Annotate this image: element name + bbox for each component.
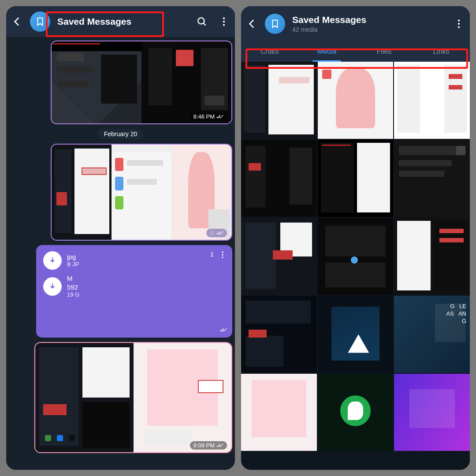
read-checks-icon [216,443,223,448]
media-overlay-text: G LEAS ANG [446,303,466,325]
media-item[interactable] [318,296,394,373]
date-separator: February 20 [98,129,143,139]
read-status [220,326,227,334]
svg-point-2 [223,21,225,22]
header-right: Saved Messages 42 media [241,6,470,41]
media-item[interactable] [241,62,317,139]
read-checks-icon [216,231,223,235]
media-item[interactable] [241,218,317,295]
back-icon[interactable] [11,16,23,27]
message-menu-icon[interactable] [218,250,227,259]
message-album-3[interactable]: 9:09 PM [34,342,232,453]
media-thumb[interactable] [52,145,112,240]
media-item[interactable]: G LEAS ANG [394,296,470,373]
media-item[interactable] [241,296,317,373]
media-thumb[interactable]: 8:46 PM [141,41,231,123]
media-item[interactable] [241,140,317,217]
message-timestamp: 9:09 PM [190,441,227,450]
svg-point-4 [222,252,223,253]
media-tabs: Chats Media Files Links [241,41,470,62]
more-icon[interactable] [218,16,230,27]
media-item[interactable] [394,218,470,295]
chat-scroll-area[interactable]: 8:46 PM February 20 [6,37,235,470]
media-item[interactable] [241,374,317,451]
media-thumb[interactable]: 8: [171,145,231,240]
media-item[interactable] [394,140,470,217]
message-album-2[interactable]: 8: [51,144,232,241]
tab-media[interactable]: Media [298,41,356,62]
file-name: jpg B JP [67,253,79,268]
message-album-1[interactable]: 8:46 PM [51,41,232,124]
bookmark-icon [35,17,45,26]
message-file-group[interactable]: 1 jpg B JP M 592 19 G [36,245,232,338]
media-item[interactable] [318,62,394,139]
media-item[interactable] [318,140,394,217]
saved-messages-avatar [30,11,50,32]
svg-point-9 [458,26,460,28]
media-thumb[interactable] [52,41,141,123]
download-icon[interactable] [43,251,62,270]
tab-chats[interactable]: Chats [241,41,298,62]
saved-messages-avatar [265,14,285,34]
media-thumb[interactable] [112,145,171,240]
back-icon[interactable] [246,18,258,30]
svg-point-7 [458,19,460,21]
bookmark-icon [270,19,280,29]
media-item[interactable] [394,374,470,451]
svg-point-8 [458,23,460,25]
tab-links[interactable]: Links [413,41,470,62]
svg-point-0 [198,18,204,24]
svg-point-1 [223,17,225,19]
media-grid[interactable]: G LEAS ANG [241,62,470,470]
more-icon[interactable] [453,18,465,30]
media-thumb[interactable] [35,343,134,452]
media-item[interactable] [394,62,470,139]
file-name: M 592 19 G [67,274,79,299]
read-checks-icon [220,328,227,332]
header-left: Saved Messages [6,6,235,37]
media-item[interactable] [318,218,394,295]
left-screenshot: Saved Messages 8:46 PM [6,6,235,470]
title-block[interactable]: Saved Messages 42 media [292,15,443,33]
message-timestamp: 8:46 PM [190,112,227,121]
tab-files[interactable]: Files [356,41,413,62]
read-checks-icon [216,115,223,119]
media-count: 42 media [292,26,443,33]
chat-title: Saved Messages [57,16,186,27]
search-icon[interactable] [196,16,208,27]
title-block[interactable]: Saved Messages [57,16,186,27]
svg-point-5 [222,254,223,255]
media-thumb[interactable]: 9:09 PM [134,343,232,452]
message-timestamp: 8: [206,229,227,237]
media-item[interactable] [318,374,394,451]
file-count: 1 [210,250,214,258]
download-icon[interactable] [43,277,62,296]
right-screenshot: Saved Messages 42 media Chats Media File… [241,6,470,470]
svg-point-6 [222,257,223,258]
svg-point-3 [223,24,225,26]
chat-title: Saved Messages [292,15,443,25]
